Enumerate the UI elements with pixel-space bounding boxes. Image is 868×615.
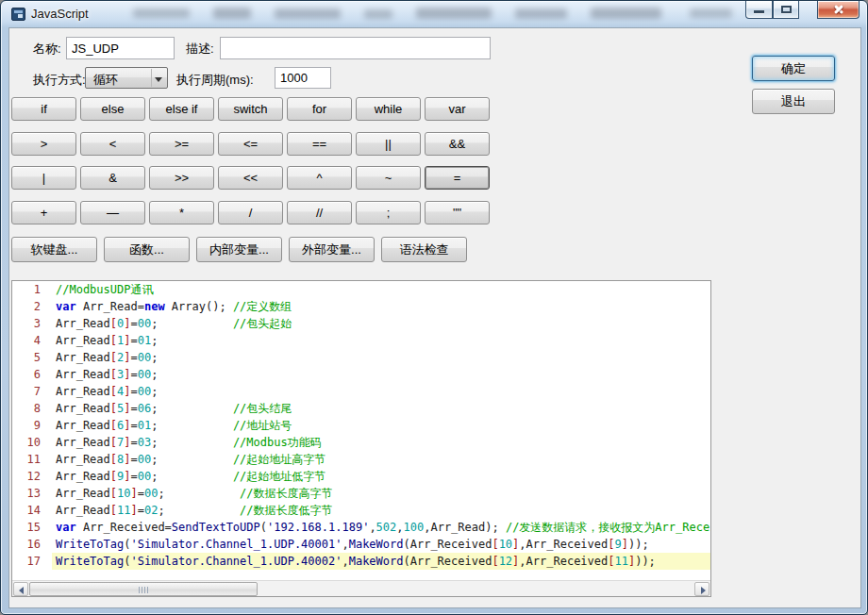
dialog-client-area: 名称: 描述: 执行方式: 循环 执行周期(ms): 确定 退出 ifelsee… xyxy=(8,27,861,608)
code-line[interactable]: 5Arr_Read[2]=00; xyxy=(12,349,710,366)
name-label: 名称: xyxy=(33,41,61,58)
snippet-button[interactable]: ; xyxy=(356,201,421,224)
tool-button[interactable]: 内部变量... xyxy=(196,237,282,262)
exec-mode-value: 循环 xyxy=(93,72,118,89)
snippet-button[interactable]: <= xyxy=(218,132,283,156)
snippet-button[interactable]: switch xyxy=(218,97,283,121)
code-line[interactable]: 4Arr_Read[1]=01; xyxy=(12,332,710,349)
tool-button[interactable]: 函数... xyxy=(104,237,190,262)
snippet-button[interactable]: >= xyxy=(149,132,214,156)
code-line[interactable]: 7Arr_Read[4]=00; xyxy=(12,383,710,400)
description-input[interactable] xyxy=(220,37,491,59)
scroll-left-button[interactable] xyxy=(13,582,28,596)
snippet-button[interactable]: var xyxy=(425,97,490,121)
code-line[interactable]: 14Arr_Read[11]=02; //数据长度低字节 xyxy=(12,502,710,519)
exit-button[interactable]: 退出 xyxy=(752,89,835,114)
combo-dropdown-zone[interactable] xyxy=(151,69,166,87)
snippet-button[interactable]: for xyxy=(287,97,352,121)
snippet-button[interactable]: ^ xyxy=(287,166,352,190)
line-number: 8 xyxy=(12,400,52,417)
code-text: Arr_Read[1]=01; xyxy=(52,332,710,349)
code-line[interactable]: 2var Arr_Read=new Array(); //定义数组 xyxy=(12,298,710,315)
snippet-button[interactable]: | xyxy=(11,166,76,190)
line-number: 17 xyxy=(12,553,52,570)
close-icon xyxy=(832,4,844,16)
code-line[interactable]: 15var Arr_Received=SendTextToUDP('192.16… xyxy=(12,519,710,536)
keyword-row: +—*///;"" xyxy=(11,201,490,224)
snippet-button[interactable]: && xyxy=(425,132,490,156)
maximize-button[interactable] xyxy=(773,1,799,19)
code-text: Arr_Read[9]=00; //起始地址低字节 xyxy=(52,468,710,485)
code-line[interactable]: 1//ModbusUDP通讯 xyxy=(12,281,710,298)
code-text: Arr_Read[7]=03; //Modbus功能码 xyxy=(52,434,710,451)
arrow-left-icon xyxy=(19,587,24,594)
code-line[interactable]: 12Arr_Read[9]=00; //起始地址低字节 xyxy=(12,468,710,485)
snippet-button[interactable]: == xyxy=(287,132,352,156)
snippet-button[interactable]: || xyxy=(356,132,421,156)
line-number: 2 xyxy=(12,298,52,315)
snippet-button[interactable]: << xyxy=(218,166,283,190)
app-icon xyxy=(11,8,25,21)
code-line[interactable]: 3Arr_Read[0]=00; //包头起始 xyxy=(12,315,710,332)
code-text: Arr_Read[8]=00; //起始地址高字节 xyxy=(52,451,710,468)
line-number: 3 xyxy=(12,315,52,332)
minimize-button[interactable] xyxy=(745,1,773,19)
snippet-button[interactable]: = xyxy=(425,166,490,190)
line-number: 1 xyxy=(12,281,52,298)
titlebar-glass-reflection xyxy=(591,8,661,19)
snippet-button[interactable]: ~ xyxy=(356,166,421,190)
code-text: Arr_Read[4]=00; xyxy=(52,383,710,400)
snippet-button[interactable]: + xyxy=(11,201,76,224)
code-text: Arr_Read[10]=00; //数据长度高字节 xyxy=(52,485,710,502)
snippet-button[interactable]: else xyxy=(80,97,145,121)
keyword-row: |&>><<^~= xyxy=(11,166,490,190)
code-text: Arr_Read[2]=00; xyxy=(52,349,710,366)
code-editor[interactable]: 1//ModbusUDP通讯2var Arr_Read=new Array();… xyxy=(11,280,711,597)
scrollbar-thumb[interactable] xyxy=(29,582,258,596)
arrow-right-icon xyxy=(701,587,706,594)
code-line[interactable]: 17WriteToTag('Simulator.Channel_1.UDP.40… xyxy=(12,553,710,570)
tool-button[interactable]: 软键盘... xyxy=(11,237,97,262)
exec-period-input[interactable] xyxy=(275,67,331,89)
snippet-button[interactable]: "" xyxy=(425,201,490,224)
snippet-button[interactable]: / xyxy=(218,201,283,224)
horizontal-scrollbar[interactable] xyxy=(12,580,710,596)
code-line[interactable]: 11Arr_Read[8]=00; //起始地址高字节 xyxy=(12,451,710,468)
close-button[interactable] xyxy=(817,1,860,19)
line-number: 13 xyxy=(12,485,52,502)
code-line[interactable]: 8Arr_Read[5]=06; //包头结尾 xyxy=(12,400,710,417)
code-line[interactable]: 13Arr_Read[10]=00; //数据长度高字节 xyxy=(12,485,710,502)
tool-button[interactable]: 语法检查 xyxy=(381,237,467,262)
snippet-button[interactable]: * xyxy=(149,201,214,224)
snippet-button[interactable]: if xyxy=(11,97,76,121)
snippet-button[interactable]: & xyxy=(80,166,145,190)
code-line[interactable]: 10Arr_Read[7]=03; //Modbus功能码 xyxy=(12,434,710,451)
code-text: var Arr_Read=new Array(); //定义数组 xyxy=(52,298,710,315)
name-input[interactable] xyxy=(66,37,175,59)
ok-button[interactable]: 确定 xyxy=(752,56,835,81)
snippet-button[interactable]: < xyxy=(80,132,145,156)
scroll-right-button[interactable] xyxy=(694,582,709,596)
code-text: Arr_Read[6]=01; //地址站号 xyxy=(52,417,710,434)
chevron-down-icon xyxy=(155,77,162,82)
snippet-button[interactable]: else if xyxy=(149,97,214,121)
tool-button[interactable]: 外部变量... xyxy=(289,237,375,262)
snippet-button[interactable]: > xyxy=(11,132,76,156)
snippet-button[interactable]: >> xyxy=(149,166,214,190)
line-number: 10 xyxy=(12,434,52,451)
line-number: 12 xyxy=(12,468,52,485)
exec-mode-select[interactable]: 循环 xyxy=(85,67,168,89)
javascript-dialog-window: JavaScript 名称: 描述: 执行方式: 循环 执行周期(ms): 确定… xyxy=(0,0,868,615)
code-lines: 1//ModbusUDP通讯2var Arr_Read=new Array();… xyxy=(12,281,710,580)
code-text: WriteToTag('Simulator.Channel_1.UDP.4000… xyxy=(52,536,710,553)
snippet-button[interactable]: while xyxy=(356,97,421,121)
titlebar-glass-reflection xyxy=(416,8,492,19)
code-line[interactable]: 6Arr_Read[3]=00; xyxy=(12,366,710,383)
code-text: //ModbusUDP通讯 xyxy=(52,281,710,298)
title-bar[interactable]: JavaScript xyxy=(1,1,867,27)
code-line[interactable]: 9Arr_Read[6]=01; //地址站号 xyxy=(12,417,710,434)
titlebar-glass-reflection xyxy=(275,8,341,19)
code-line[interactable]: 16WriteToTag('Simulator.Channel_1.UDP.40… xyxy=(12,536,710,553)
snippet-button[interactable]: — xyxy=(80,201,145,224)
snippet-button[interactable]: // xyxy=(287,201,352,224)
